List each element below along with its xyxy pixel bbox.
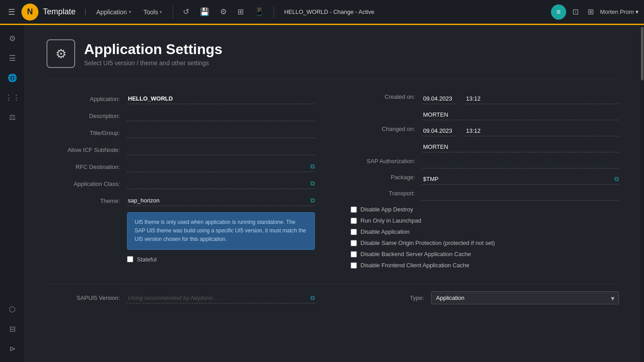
bottom-grid: SAPUI5 Version: ⧉ Type: Application Comp… bbox=[47, 284, 619, 304]
description-input[interactable] bbox=[127, 110, 315, 121]
topbar-right: ≡ ⊡ ⊞ Morten Prom ▾ bbox=[551, 4, 639, 20]
cb-disable-frontend-cache-input[interactable] bbox=[351, 262, 357, 269]
grid-icon[interactable]: ⊞ bbox=[234, 4, 247, 19]
theme-field: sap_horizon ⧉ bbox=[127, 195, 315, 206]
stateful-checkbox[interactable] bbox=[127, 256, 133, 262]
rfc-dest-input[interactable] bbox=[127, 161, 309, 172]
cb-disable-frontend-cache-label[interactable]: Disable Frontend Client Application Cach… bbox=[360, 262, 470, 269]
form-right-col: Created on: 09.04.2023 13:12 MORTEN Chan… bbox=[351, 93, 619, 273]
sapui5-input[interactable] bbox=[127, 293, 309, 303]
nav-sep: | bbox=[85, 8, 86, 16]
type-select[interactable]: Application Component Page bbox=[431, 291, 619, 304]
sidebar-globe-icon[interactable]: 🌐 bbox=[4, 70, 21, 86]
stateful-row: Stateful bbox=[127, 256, 315, 263]
type-row: Type: Application Component Page bbox=[351, 291, 619, 304]
cb-disable-backend-cache-label[interactable]: Disable Backend Server Application Cache bbox=[360, 251, 471, 257]
transport-label: Transport: bbox=[351, 190, 422, 197]
cb-disable-frontend-cache: Disable Frontend Client Application Cach… bbox=[351, 262, 619, 269]
cb-disable-app-destroy-label[interactable]: Disable App Destroy bbox=[360, 206, 413, 213]
changed-on-label: Changed on: bbox=[351, 126, 422, 132]
package-copy-icon[interactable]: ⧉ bbox=[614, 175, 619, 183]
cb-disable-app-destroy-input[interactable] bbox=[351, 206, 357, 213]
changed-user: MORTEN bbox=[422, 142, 619, 152]
cb-run-launchpad-label[interactable]: Run Only in Launchpad bbox=[360, 217, 421, 224]
transport-row: Transport: bbox=[351, 190, 619, 201]
cb-disable-same-origin-label[interactable]: Disable Same Origin Protection (protecte… bbox=[360, 240, 495, 246]
form-left-col: Application: HELLO_WORLD Description: Ti… bbox=[47, 93, 315, 273]
checkboxes-section: Disable App Destroy Run Only in Launchpa… bbox=[351, 206, 619, 269]
cb-disable-app-destroy: Disable App Destroy bbox=[351, 206, 619, 213]
copy-layout-icon[interactable]: ⊡ bbox=[570, 4, 581, 19]
theme-tooltip: UI5 theme is only used when application … bbox=[127, 212, 315, 250]
cb-disable-backend-cache: Disable Backend Server Application Cache bbox=[351, 251, 619, 257]
application-label: Application: bbox=[47, 96, 127, 102]
sap-auth-row: SAP Authorization: bbox=[351, 158, 619, 168]
cb-run-launchpad-input[interactable] bbox=[351, 218, 357, 224]
sapui5-field: ⧉ bbox=[127, 293, 315, 303]
nav-application[interactable]: Application ▾ bbox=[92, 6, 136, 18]
title-group-input[interactable] bbox=[127, 127, 315, 138]
created-on-row: Created on: 09.04.2023 13:12 bbox=[351, 93, 619, 104]
rfc-dest-copy-icon[interactable]: ⧉ bbox=[310, 163, 315, 170]
rfc-dest-label: RFC Destination: bbox=[47, 164, 127, 170]
title-divider bbox=[274, 6, 274, 18]
created-on-label: Created on: bbox=[351, 93, 422, 100]
cb-disable-application: Disable Application bbox=[351, 228, 619, 235]
allow-icf-label: Allow ICF SubNode: bbox=[47, 147, 127, 153]
rfc-dest-field: ⧉ bbox=[127, 161, 315, 172]
settings-icon[interactable]: ⚙ bbox=[216, 4, 230, 19]
changed-date: 09.04.2023 bbox=[422, 126, 458, 136]
menu-icon[interactable]: ☰ bbox=[5, 4, 18, 20]
sidebar-terminal-icon[interactable]: ⊳ bbox=[4, 341, 21, 357]
logo: N bbox=[21, 4, 38, 21]
application-value: HELLO_WORLD bbox=[127, 93, 315, 104]
user-menu[interactable]: Morten Prom ▾ bbox=[600, 8, 639, 15]
sidebar-grid2-icon[interactable]: ⊟ bbox=[4, 321, 21, 337]
transport-input[interactable] bbox=[422, 190, 619, 201]
layout-icon[interactable]: ⊞ bbox=[585, 4, 597, 19]
created-date: 09.04.2023 bbox=[422, 93, 458, 104]
save-icon[interactable]: 💾 bbox=[196, 4, 213, 19]
created-user: MORTEN bbox=[422, 109, 619, 120]
type-label: Type: bbox=[351, 295, 431, 301]
scroll-thumb[interactable] bbox=[641, 27, 644, 80]
sapui5-copy-icon[interactable]: ⧉ bbox=[310, 294, 315, 302]
mobile-icon[interactable]: 📱 bbox=[251, 4, 267, 19]
sidebar-balance-icon[interactable]: ⚖ bbox=[4, 109, 21, 125]
theme-copy-icon[interactable]: ⧉ bbox=[310, 197, 315, 204]
package-row: Package: $TMP ⧉ bbox=[351, 174, 619, 185]
notifications-icon[interactable]: ≡ bbox=[551, 4, 566, 20]
sidebar-list-icon[interactable]: ☰ bbox=[4, 50, 21, 66]
cb-disable-same-origin-input[interactable] bbox=[351, 240, 357, 246]
sapui5-row: SAPUI5 Version: ⧉ bbox=[47, 291, 315, 304]
rfc-dest-row: RFC Destination: ⧉ bbox=[47, 161, 315, 172]
application-row: Application: HELLO_WORLD bbox=[47, 93, 315, 104]
active-label: HELLO_WORLD - Change - Active bbox=[284, 8, 374, 15]
changed-time: 13:12 bbox=[465, 126, 619, 136]
cb-disable-application-input[interactable] bbox=[351, 229, 357, 235]
refresh-icon[interactable]: ↺ bbox=[179, 4, 193, 19]
package-field: $TMP ⧉ bbox=[422, 174, 619, 185]
title-group-row: Title/Group: bbox=[47, 127, 315, 138]
cb-disable-application-label[interactable]: Disable Application bbox=[360, 228, 410, 235]
theme-input[interactable]: sap_horizon bbox=[127, 195, 309, 206]
sapui5-label: SAPUI5 Version: bbox=[47, 295, 127, 301]
main-content: ⚙ Application Settings Select UI5 versio… bbox=[25, 25, 640, 362]
allow-icf-input[interactable] bbox=[127, 144, 315, 155]
stateful-label[interactable]: Stateful bbox=[137, 256, 157, 263]
cb-disable-backend-cache-input[interactable] bbox=[351, 251, 357, 257]
sidebar-settings-icon[interactable]: ⚙ bbox=[4, 30, 21, 46]
app-class-field: ⧉ bbox=[127, 178, 315, 189]
sidebar-plugin-icon[interactable]: ⬡ bbox=[4, 301, 21, 317]
sap-auth-input[interactable] bbox=[422, 158, 619, 168]
changed-user-row: MORTEN bbox=[351, 142, 619, 152]
app-class-input[interactable] bbox=[127, 178, 309, 189]
page-header: ⚙ Application Settings Select UI5 versio… bbox=[47, 39, 619, 79]
app-class-copy-icon[interactable]: ⧉ bbox=[310, 180, 315, 187]
sidebar-share-icon[interactable]: ⋮⋮ bbox=[4, 89, 21, 105]
title-group-label: Title/Group: bbox=[47, 130, 127, 136]
theme-label: Theme: bbox=[47, 198, 127, 204]
page-subtitle: Select UI5 version / theme and other set… bbox=[84, 59, 222, 67]
scrollbar[interactable] bbox=[640, 25, 644, 362]
nav-tools[interactable]: Tools ▾ bbox=[139, 6, 167, 18]
